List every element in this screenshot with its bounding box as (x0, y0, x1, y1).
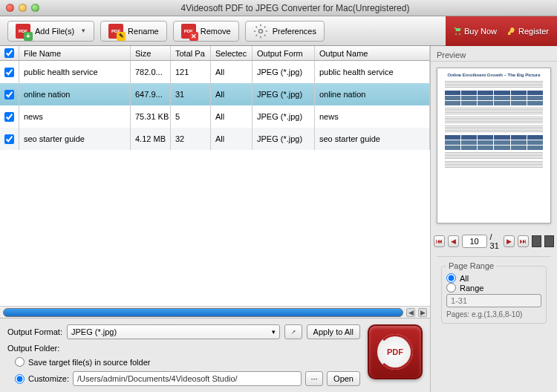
page-range-all-radio[interactable] (446, 273, 456, 283)
page-range-panel: Page Range All Range Pages: e.g.(1,3,6,8… (437, 256, 551, 328)
header-total-pages[interactable]: Total Pa (171, 46, 211, 60)
remove-button[interactable]: PDF✕ Remove (173, 21, 239, 42)
output-format-select[interactable]: JPEG (*.jpg) ▾ (67, 324, 280, 339)
pdf-icon: PDF✎ (108, 24, 123, 39)
cell-size: 75.31 KB (131, 105, 171, 128)
header-size[interactable]: Size (131, 46, 171, 60)
open-label: Open (333, 374, 354, 383)
row-checkbox[interactable] (4, 68, 14, 77)
close-icon[interactable] (6, 4, 14, 12)
page-range-range-label: Range (460, 284, 483, 293)
next-page-button[interactable]: ▶ (504, 235, 515, 247)
cell-output-name: seo starter guide (315, 128, 430, 150)
x-icon: ✕ (189, 32, 198, 41)
last-page-button[interactable]: ⏭ (518, 235, 529, 247)
header-filename[interactable]: File Name (19, 46, 131, 60)
preferences-button[interactable]: Preferences (245, 21, 325, 42)
remove-label: Remove (201, 27, 231, 36)
row-checkbox-cell (0, 128, 19, 150)
plus-icon: + (24, 32, 33, 41)
row-checkbox[interactable] (4, 90, 14, 99)
view-mode-1-button[interactable] (532, 235, 541, 247)
page-range-input[interactable] (446, 294, 541, 307)
window-title: 4Videosoft PDF to JPEG Converter for Mac… (39, 3, 551, 13)
page-range-hint: Pages: e.g.(1,3,6,8-10) (446, 310, 541, 318)
row-checkbox[interactable] (4, 112, 14, 122)
format-settings-button[interactable] (284, 324, 302, 339)
header-checkbox[interactable] (0, 46, 19, 60)
register-link[interactable]: Register (507, 27, 549, 36)
table-row[interactable]: online nation647.9...31AllJPEG (*.jpg)on… (0, 83, 430, 105)
table-row[interactable]: seo starter guide4.12 MB32AllJPEG (*.jpg… (0, 128, 430, 150)
cell-pages: 121 (171, 61, 211, 83)
pdf-convert-icon: PDF (377, 334, 413, 370)
page-number-input[interactable] (462, 235, 487, 248)
scroll-track[interactable] (3, 308, 403, 317)
convert-button[interactable]: PDF (368, 324, 423, 379)
header-selected[interactable]: Selectec (211, 46, 253, 60)
cell-format: JPEG (*.jpg) (253, 105, 315, 128)
first-page-button[interactable]: ⏮ (434, 235, 445, 247)
maximize-icon[interactable] (31, 4, 39, 12)
browse-button[interactable]: ··· (305, 371, 323, 386)
row-checkbox[interactable] (4, 134, 14, 144)
cell-size: 4.12 MB (131, 128, 171, 150)
open-folder-button[interactable]: Open (327, 371, 360, 386)
header-output-form[interactable]: Output Form (253, 46, 315, 60)
page-range-legend: Page Range (446, 261, 496, 270)
page-range-range-radio[interactable] (446, 283, 456, 293)
customize-label: Customize: (28, 374, 69, 383)
apply-to-all-button[interactable]: Apply to All (307, 324, 360, 339)
file-table: File Name Size Total Pa Selectec Output … (0, 46, 430, 318)
wrench-icon (291, 328, 296, 336)
register-label: Register (518, 27, 549, 36)
page-range-all-label: All (460, 274, 469, 283)
minimize-icon[interactable] (19, 4, 27, 12)
row-checkbox-cell (0, 83, 19, 105)
toolbar-right: Buy Now Register (446, 16, 557, 46)
cell-output-name: news (315, 105, 430, 128)
preview-pane: Online Enrollment Growth – The Big Pictu… (437, 68, 551, 223)
output-format-value: JPEG (*.jpg) (71, 327, 117, 336)
scroll-right-icon[interactable]: ▶ (418, 308, 427, 317)
header-output-name[interactable]: Output Name (315, 46, 430, 60)
table-row[interactable]: news75.31 KB5AllJPEG (*.jpg)news (0, 105, 430, 128)
scroll-left-icon[interactable]: ◀ (406, 308, 415, 317)
pdf-icon: PDF✕ (181, 24, 196, 39)
chevron-down-icon: ▾ (272, 328, 276, 336)
preview-title: Preview (431, 46, 557, 62)
cart-icon (453, 27, 462, 36)
cell-pages: 31 (171, 83, 211, 105)
cell-selected: All (211, 105, 253, 128)
horizontal-scrollbar[interactable]: ◀ ▶ (0, 306, 430, 318)
row-checkbox-cell (0, 105, 19, 128)
apply-all-label: Apply to All (313, 327, 354, 336)
key-icon (507, 27, 516, 36)
cell-output-name: public health service (315, 61, 430, 83)
buy-now-label: Buy Now (464, 27, 497, 36)
cell-filename: seo starter guide (19, 128, 131, 150)
row-checkbox-cell (0, 61, 19, 83)
add-files-button[interactable]: PDF+ Add File(s) ▼ (7, 21, 94, 42)
cell-pages: 5 (171, 105, 211, 128)
cell-pages: 32 (171, 128, 211, 150)
rename-button[interactable]: PDF✎ Rename (100, 21, 167, 42)
add-files-label: Add File(s) (35, 27, 74, 36)
gear-icon (253, 24, 268, 39)
save-source-radio[interactable] (15, 357, 25, 367)
doc-heading: Online Enrollment Growth – The Big Pictu… (442, 73, 546, 79)
cell-output-name: online nation (315, 83, 430, 105)
cell-format: JPEG (*.jpg) (253, 61, 315, 83)
cell-format: JPEG (*.jpg) (253, 83, 315, 105)
buy-now-link[interactable]: Buy Now (453, 27, 497, 36)
document-thumbnail: Online Enrollment Growth – The Big Pictu… (442, 73, 546, 218)
svg-point-0 (258, 29, 262, 33)
prev-page-button[interactable]: ◀ (448, 235, 459, 247)
customize-radio[interactable] (15, 374, 25, 384)
output-path-field[interactable]: /Users/admin/Documents/4Videosoft Studio… (73, 371, 302, 386)
pdf-icon: PDF+ (16, 24, 30, 39)
table-row[interactable]: public health service782.0...121AllJPEG … (0, 61, 430, 83)
select-all-checkbox[interactable] (4, 48, 14, 58)
cell-filename: online nation (19, 83, 131, 105)
view-mode-2-button[interactable] (544, 235, 554, 247)
